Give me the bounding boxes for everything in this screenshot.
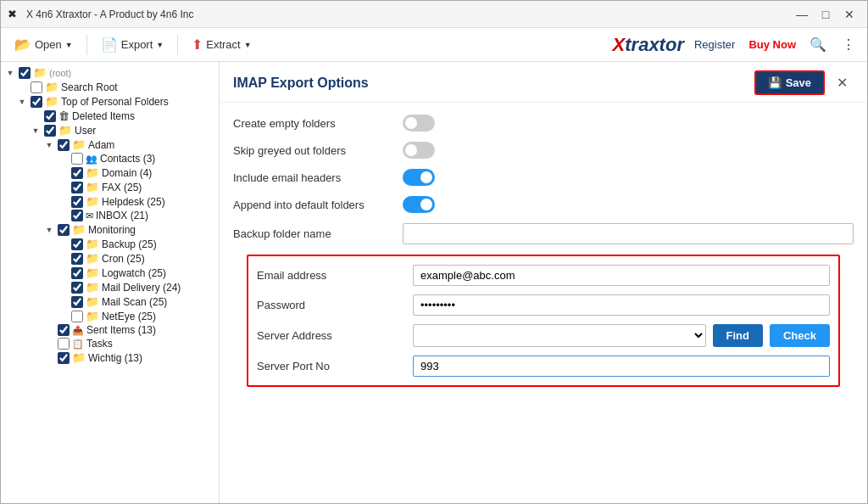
checkbox-neteye[interactable] xyxy=(71,311,83,322)
save-icon: 💾 xyxy=(768,76,782,89)
server-port-row: Server Port No xyxy=(257,356,830,377)
checkbox-personal-folders[interactable] xyxy=(31,96,42,108)
skip-greyed-label: Skip greyed out folders xyxy=(233,144,403,157)
include-email-label: Include email headers xyxy=(233,171,403,184)
label-search-root: Search Root xyxy=(61,81,118,93)
checkbox-adam[interactable] xyxy=(58,139,70,151)
tree-item-sent-items[interactable]: 📤 Sent Items (13) xyxy=(1,323,219,337)
email-input[interactable] xyxy=(413,265,830,286)
checkbox-mail-delivery[interactable] xyxy=(71,282,83,294)
tree-item-search-root[interactable]: 📁 Search Root xyxy=(1,80,219,94)
more-options-button[interactable]: ⋮ xyxy=(837,33,860,57)
tree-item-root[interactable]: ▼ 📁 (root) xyxy=(1,65,219,80)
server-port-input[interactable] xyxy=(413,356,830,377)
skip-greyed-toggle[interactable] xyxy=(403,142,435,159)
toggle-root[interactable]: ▼ xyxy=(4,69,16,77)
backup-folder-input[interactable] xyxy=(403,223,854,244)
checkbox-deleted-items[interactable] xyxy=(44,110,56,122)
password-row: Password xyxy=(257,294,830,316)
extract-arrow-icon: ▼ xyxy=(244,41,252,49)
tree-item-backup[interactable]: 📁 Backup (25) xyxy=(1,237,219,251)
include-email-toggle[interactable] xyxy=(403,169,435,186)
label-tasks: Tasks xyxy=(86,338,113,350)
tree-item-adam[interactable]: ▼ 📁 Adam xyxy=(1,137,219,152)
tree-item-personal-folders[interactable]: ▼ 📁 Top of Personal Folders xyxy=(1,94,219,109)
checkbox-search-root[interactable] xyxy=(31,81,42,93)
tree-item-user[interactable]: ▼ 📁 User xyxy=(1,123,219,137)
checkbox-contacts[interactable] xyxy=(71,153,83,165)
search-button[interactable]: 🔍 xyxy=(806,33,830,57)
backup-folder-row: Backup folder name xyxy=(233,223,854,244)
tree-item-deleted-items[interactable]: 🗑 Deleted Items xyxy=(1,109,219,123)
server-address-label: Server Address xyxy=(257,329,413,342)
checkbox-helpdesk[interactable] xyxy=(71,196,83,208)
tree-item-cron[interactable]: 📁 Cron (25) xyxy=(1,251,219,266)
server-address-control: Find Check xyxy=(413,324,830,347)
icon-user: 📁 xyxy=(58,124,72,137)
find-button[interactable]: Find xyxy=(713,324,763,347)
tree-item-inbox[interactable]: ✉ INBOX (21) xyxy=(1,209,219,222)
checkbox-tasks[interactable] xyxy=(58,338,70,350)
open-icon: 📂 xyxy=(14,36,31,53)
append-default-toggle[interactable] xyxy=(403,196,435,213)
save-button[interactable]: 💾 Save xyxy=(754,70,825,95)
tree-item-helpdesk[interactable]: 📁 Helpdesk (25) xyxy=(1,194,219,209)
icon-helpdesk: 📁 xyxy=(86,195,99,208)
checkbox-fax[interactable] xyxy=(71,182,83,193)
checkbox-sent-items[interactable] xyxy=(58,324,70,336)
checkbox-root[interactable] xyxy=(19,67,31,79)
window-close-button[interactable]: ✕ xyxy=(838,5,860,24)
server-address-select[interactable] xyxy=(413,324,706,347)
append-default-slider xyxy=(403,196,435,213)
create-empty-toggle[interactable] xyxy=(403,115,435,132)
tree-item-mail-scan[interactable]: 📁 Mail Scan (25) xyxy=(1,294,219,309)
extract-icon: ⬆ xyxy=(192,36,203,53)
checkbox-monitoring[interactable] xyxy=(58,224,70,236)
open-button[interactable]: 📂 Open ▼ xyxy=(8,33,80,56)
tree-item-tasks[interactable]: 📋 Tasks xyxy=(1,337,219,350)
checkbox-cron[interactable] xyxy=(71,253,83,265)
panel-title: IMAP Export Options xyxy=(233,76,369,91)
checkbox-backup[interactable] xyxy=(71,238,83,250)
create-empty-toggle-container xyxy=(403,115,854,132)
checkbox-mail-scan[interactable] xyxy=(71,296,83,308)
create-empty-label: Create empty folders xyxy=(233,117,403,130)
minimize-button[interactable]: — xyxy=(791,5,813,24)
checkbox-user[interactable] xyxy=(44,125,56,137)
checkbox-domain[interactable] xyxy=(71,167,83,179)
extract-button[interactable]: ⬆ Extract ▼ xyxy=(185,33,258,56)
register-link[interactable]: Register xyxy=(691,36,738,53)
tree-item-contacts[interactable]: 👥 Contacts (3) xyxy=(1,152,219,165)
tree-item-mail-delivery[interactable]: 📁 Mail Delivery (24) xyxy=(1,280,219,294)
tree-item-monitoring[interactable]: ▼ 📁 Monitoring xyxy=(1,222,219,237)
create-empty-slider xyxy=(403,115,435,132)
panel-close-button[interactable]: ✕ xyxy=(830,70,854,94)
label-mail-delivery: Mail Delivery (24) xyxy=(102,282,181,294)
checkbox-wichtig[interactable] xyxy=(58,352,70,364)
icon-sent-items: 📤 xyxy=(72,325,84,336)
maximize-button[interactable]: □ xyxy=(815,5,837,24)
buy-now-link[interactable]: Buy Now xyxy=(745,36,799,53)
server-port-label: Server Port No xyxy=(257,360,413,372)
toggle-adam[interactable]: ▼ xyxy=(43,141,55,149)
main-content: ▼ 📁 (root) 📁 Search Root ▼ 📁 Top of Pers… xyxy=(1,62,867,503)
tree-item-fax[interactable]: 📁 FAX (25) xyxy=(1,180,219,194)
brand-logo: X traxtor xyxy=(613,34,684,56)
export-button[interactable]: 📄 Export ▼ xyxy=(94,33,171,56)
tree-item-logwatch[interactable]: 📁 Logwatch (25) xyxy=(1,266,219,280)
label-adam: Adam xyxy=(88,139,114,151)
checkbox-inbox[interactable] xyxy=(71,210,83,221)
label-mail-scan: Mail Scan (25) xyxy=(102,296,167,308)
export-label: Export xyxy=(121,38,153,51)
toolbar: 📂 Open ▼ 📄 Export ▼ ⬆ Extract ▼ X traxto… xyxy=(1,28,867,62)
check-button[interactable]: Check xyxy=(770,324,830,347)
tree-item-domain[interactable]: 📁 Domain (4) xyxy=(1,165,219,180)
password-input[interactable] xyxy=(413,294,830,316)
toggle-personal-folders[interactable]: ▼ xyxy=(16,98,28,106)
checkbox-logwatch[interactable] xyxy=(71,267,83,279)
toggle-monitoring[interactable]: ▼ xyxy=(43,226,55,234)
tree-item-wichtig[interactable]: 📁 Wichtig (13) xyxy=(1,350,219,365)
toggle-user[interactable]: ▼ xyxy=(30,126,42,135)
form-body: Create empty folders Skip greyed out fol… xyxy=(220,103,867,406)
tree-item-neteye[interactable]: 📁 NetEye (25) xyxy=(1,309,219,323)
